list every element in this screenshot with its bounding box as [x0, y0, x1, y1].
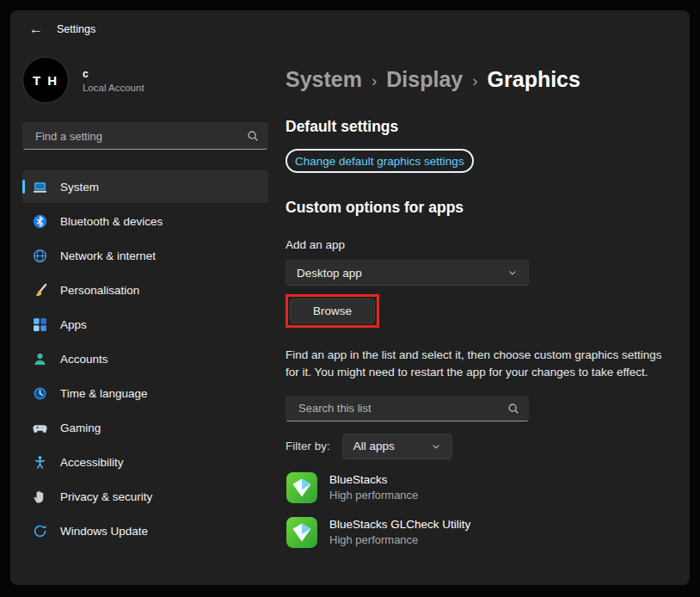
sidebar-item-label: System	[60, 181, 99, 194]
bluestacks-icon	[286, 516, 318, 549]
personalisation-icon	[33, 283, 47, 298]
sidebar-item-label: Network & internet	[60, 249, 156, 262]
avatar-initials: T H	[33, 73, 58, 88]
custom-graphics-description: Find an app in the list and select it, t…	[286, 347, 669, 382]
sidebar-item-label: Personalisation	[60, 284, 139, 297]
settings-search[interactable]	[22, 122, 268, 150]
sidebar-item-label: Privacy & security	[60, 490, 152, 503]
app-type-dropdown-value: Desktop app	[297, 267, 362, 280]
sidebar-item-gaming[interactable]: Gaming	[22, 411, 268, 444]
avatar: T H	[22, 57, 69, 103]
sidebar-item-privacy-security[interactable]: Privacy & security	[22, 480, 268, 513]
network-icon	[33, 249, 47, 263]
time-language-icon	[33, 386, 47, 401]
breadcrumb: System › Display › Graphics	[286, 67, 669, 92]
search-icon	[507, 403, 519, 415]
breadcrumb-display[interactable]: Display	[386, 67, 463, 92]
sidebar-item-label: Windows Update	[60, 525, 148, 538]
sidebar-item-label: Gaming	[60, 422, 101, 434]
app-status: High performance	[329, 533, 470, 546]
list-search-input[interactable]	[297, 401, 507, 415]
titlebar: ← Settings	[10, 10, 690, 48]
sidebar: T H c Local Account	[10, 48, 286, 585]
sidebar-item-bluetooth[interactable]: Bluetooth & devices	[22, 205, 268, 237]
red-annotation-rectangle: Browse	[286, 294, 379, 328]
chevron-right-icon: ›	[471, 71, 478, 90]
sidebar-item-windows-update[interactable]: Windows Update	[22, 514, 268, 547]
app-title: Settings	[57, 23, 95, 35]
privacy-security-icon	[33, 489, 47, 504]
list-search[interactable]	[286, 396, 529, 422]
change-default-graphics-link-focus-ring: Change default graphics settings	[286, 149, 474, 173]
search-icon	[247, 130, 259, 142]
app-type-dropdown[interactable]: Desktop app	[286, 260, 529, 286]
gaming-icon	[33, 421, 47, 435]
filter-dropdown[interactable]: All apps	[342, 434, 452, 459]
chevron-down-icon	[431, 441, 441, 452]
app-status: High performance	[329, 489, 418, 502]
filter-dropdown-value: All apps	[353, 440, 395, 452]
sidebar-item-label: Accounts	[60, 353, 108, 366]
bluetooth-icon	[33, 214, 47, 229]
screenshot: ← Settings T H c Local Account	[0, 0, 700, 597]
app-name: BlueStacks	[329, 473, 418, 486]
settings-window: ← Settings T H c Local Account	[10, 10, 690, 585]
windows-update-icon	[33, 524, 47, 539]
sidebar-item-system[interactable]: System	[22, 170, 268, 203]
sidebar-item-apps[interactable]: Apps	[22, 308, 268, 341]
add-an-app-label: Add an app	[286, 238, 669, 251]
main-content: System › Display › Graphics Default sett…	[286, 48, 690, 585]
browse-button[interactable]: Browse	[290, 298, 375, 323]
system-icon	[33, 180, 47, 194]
default-settings-heading: Default settings	[286, 118, 669, 136]
sidebar-item-accessibility[interactable]: Accessibility	[22, 446, 268, 478]
sidebar-item-label: Apps	[60, 318, 87, 331]
filter-by-label: Filter by:	[286, 440, 330, 452]
chevron-right-icon: ›	[371, 71, 378, 90]
account-type: Local Account	[83, 83, 144, 93]
list-item-bluestacks[interactable]: BlueStacks High performance	[286, 471, 669, 504]
sidebar-item-time-language[interactable]: Time & language	[22, 377, 268, 409]
list-item-bluestacks-glcheck[interactable]: BlueStacks GLCheck Utility High performa…	[286, 516, 669, 549]
sidebar-item-label: Bluetooth & devices	[60, 215, 163, 228]
sidebar-item-label: Time & language	[60, 387, 148, 400]
account-name: c	[83, 68, 144, 80]
back-button[interactable]: ←	[29, 22, 43, 36]
sidebar-item-network[interactable]: Network & internet	[22, 239, 268, 272]
bluestacks-icon	[286, 471, 318, 504]
filter-row: Filter by: All apps	[286, 434, 669, 459]
sidebar-nav: System Bluetooth & devices	[22, 170, 268, 547]
accounts-icon	[33, 352, 47, 366]
apps-list: BlueStacks High performance	[286, 471, 669, 549]
custom-options-heading: Custom options for apps	[286, 199, 669, 217]
breadcrumb-system[interactable]: System	[286, 67, 362, 92]
settings-search-input[interactable]	[34, 129, 247, 144]
app-name: BlueStacks GLCheck Utility	[329, 518, 470, 531]
sidebar-item-personalisation[interactable]: Personalisation	[22, 274, 268, 306]
sidebar-item-accounts[interactable]: Accounts	[22, 342, 268, 375]
account-card[interactable]: T H c Local Account	[22, 57, 268, 103]
apps-icon	[33, 317, 47, 332]
chevron-down-icon	[507, 268, 518, 278]
accessibility-icon	[33, 455, 47, 470]
sidebar-item-label: Accessibility	[60, 456, 124, 469]
change-default-graphics-link[interactable]: Change default graphics settings	[295, 155, 464, 168]
breadcrumb-graphics: Graphics	[488, 67, 580, 92]
